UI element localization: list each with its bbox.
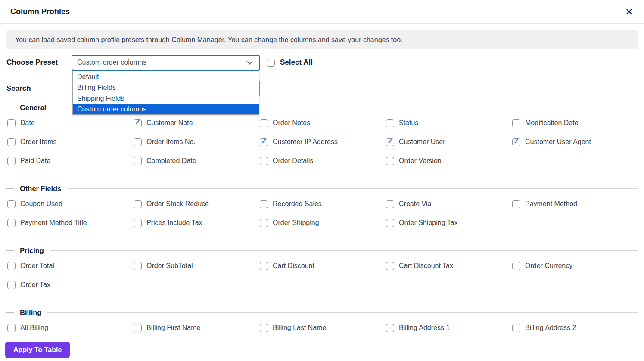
column-checkbox-item[interactable]: ✓Cart Discount bbox=[259, 262, 385, 270]
preset-select[interactable]: Custom order columns bbox=[72, 55, 260, 71]
checkbox[interactable]: ✓ bbox=[7, 281, 16, 289]
column-checkbox-item[interactable]: ✓Order Tax bbox=[6, 281, 133, 289]
info-banner: You can load saved column profile preset… bbox=[6, 30, 638, 49]
column-checkbox-item[interactable]: ✓Order Items bbox=[6, 138, 133, 146]
checkbox[interactable]: ✓ bbox=[512, 324, 520, 332]
preset-option[interactable]: Billing Fields bbox=[73, 82, 259, 93]
checkbox[interactable]: ✓ bbox=[7, 262, 16, 270]
checkbox-label: Create Via bbox=[399, 200, 431, 208]
column-checkbox-item[interactable]: ✓Payment Method bbox=[511, 200, 638, 208]
checkbox[interactable]: ✓ bbox=[512, 200, 520, 208]
checkbox[interactable]: ✓ bbox=[7, 200, 16, 208]
checkbox-label: Payment Method bbox=[525, 200, 577, 208]
column-checkbox-item[interactable]: ✓Paid Date bbox=[6, 157, 133, 165]
column-checkbox-item[interactable]: ✓Order Currency bbox=[511, 262, 638, 270]
checkbox[interactable]: ✓ bbox=[260, 200, 268, 208]
preset-option[interactable]: Shipping Fields bbox=[73, 93, 259, 104]
column-checkbox-item[interactable]: ✓Order Shipping bbox=[259, 219, 385, 227]
choose-preset-label: Choose Preset bbox=[6, 58, 72, 67]
checkbox-label: Customer Note bbox=[146, 119, 193, 127]
column-checkbox-item[interactable]: ✓Billing First Name bbox=[133, 324, 259, 332]
preset-option[interactable]: Custom order columns bbox=[73, 104, 259, 114]
apply-to-table-button[interactable]: Apply To Table bbox=[5, 342, 70, 358]
select-all-checkbox[interactable]: ✓ bbox=[267, 59, 275, 67]
checkbox-label: Billing Address 2 bbox=[525, 324, 576, 332]
checkbox[interactable]: ✓ bbox=[386, 219, 394, 227]
modal-footer: Apply To Table bbox=[0, 338, 644, 361]
checkbox-label: Billing First Name bbox=[146, 324, 200, 332]
column-checkbox-item[interactable]: ✓Order SubTotal bbox=[133, 262, 259, 270]
checkbox[interactable]: ✓ bbox=[134, 157, 142, 165]
column-checkbox-item[interactable]: ✓Recorded Sales bbox=[259, 200, 385, 208]
checkbox[interactable]: ✓ bbox=[7, 138, 16, 146]
checkbox[interactable]: ✓ bbox=[386, 119, 394, 127]
column-checkbox-item[interactable]: ✓Modification Date bbox=[511, 119, 638, 127]
checkbox[interactable]: ✓ bbox=[386, 262, 394, 270]
checkbox-label: Modification Date bbox=[525, 119, 579, 127]
column-checkbox-item[interactable]: ✓Billing Address 2 bbox=[511, 324, 638, 332]
checkbox[interactable]: ✓ bbox=[134, 138, 142, 146]
checkbox[interactable]: ✓ bbox=[260, 324, 268, 332]
column-checkbox-item[interactable]: ✓Customer Note bbox=[133, 119, 259, 127]
column-checkbox-item[interactable]: ✓Order Version bbox=[385, 157, 511, 165]
column-checkbox-item[interactable]: ✓Prices Include Tax bbox=[133, 219, 259, 227]
checkbox[interactable]: ✓ bbox=[512, 138, 520, 146]
column-checkbox-item[interactable]: ✓Completed Date bbox=[133, 157, 259, 165]
preset-row: Choose Preset Custom order columns Defau… bbox=[6, 54, 638, 71]
checkbox-label: Order Items bbox=[20, 138, 56, 146]
checkbox-label: Payment Method Title bbox=[20, 219, 87, 227]
column-checkbox-item[interactable]: ✓Coupon Used bbox=[6, 200, 133, 208]
checkbox[interactable]: ✓ bbox=[386, 200, 394, 208]
checkbox[interactable]: ✓ bbox=[260, 157, 268, 165]
column-checkbox-item[interactable]: ✓Order Stock Reduce bbox=[133, 200, 259, 208]
checkbox[interactable]: ✓ bbox=[512, 262, 520, 270]
column-checkbox-item[interactable]: ✓Payment Method Title bbox=[6, 219, 133, 227]
checkbox[interactable]: ✓ bbox=[260, 219, 268, 227]
checkbox-label: Coupon Used bbox=[20, 200, 62, 208]
checkbox[interactable]: ✓ bbox=[512, 119, 520, 127]
column-checkbox-item[interactable]: ✓All Billing bbox=[6, 324, 133, 332]
checkbox[interactable]: ✓ bbox=[134, 324, 142, 332]
column-checkbox-item[interactable]: ✓Customer User bbox=[385, 138, 511, 146]
checkbox[interactable]: ✓ bbox=[7, 157, 16, 165]
column-checkbox-item[interactable]: ✓Create Via bbox=[385, 200, 511, 208]
column-checkbox-item[interactable]: ✓Order Shipping Tax bbox=[385, 219, 511, 227]
column-checkbox-item[interactable]: ✓Order Total bbox=[6, 262, 133, 270]
column-checkbox-item[interactable]: ✓Date bbox=[6, 119, 133, 127]
column-checkbox-item[interactable]: ✓Order Details bbox=[259, 157, 385, 165]
checkbox-grid: ✓Order Total✓Order SubTotal✓Cart Discoun… bbox=[6, 262, 638, 289]
column-checkbox-item[interactable]: ✓Order Notes bbox=[259, 119, 385, 127]
section-title: Billing bbox=[20, 309, 41, 317]
checkbox[interactable]: ✓ bbox=[7, 119, 16, 127]
column-checkbox-item[interactable]: ✓Customer IP Address bbox=[259, 138, 385, 146]
column-checkbox-item[interactable]: ✓Cart Discount Tax bbox=[385, 262, 511, 270]
checkbox-label: Status bbox=[399, 119, 418, 127]
checkbox[interactable]: ✓ bbox=[7, 219, 16, 227]
close-icon[interactable]: ✕ bbox=[623, 6, 635, 18]
checkbox-label: Prices Include Tax bbox=[146, 219, 202, 227]
checkbox[interactable]: ✓ bbox=[7, 324, 16, 332]
section-billing: Billing✓All Billing✓Billing First Name✓B… bbox=[6, 307, 638, 332]
checkbox[interactable]: ✓ bbox=[134, 200, 142, 208]
checkbox[interactable]: ✓ bbox=[386, 324, 394, 332]
checkbox[interactable]: ✓ bbox=[260, 138, 268, 146]
checkbox[interactable]: ✓ bbox=[134, 219, 142, 227]
checkbox[interactable]: ✓ bbox=[260, 119, 268, 127]
column-checkbox-item[interactable]: ✓Status bbox=[385, 119, 511, 127]
column-checkbox-item[interactable]: ✓Billing Last Name bbox=[259, 324, 385, 332]
checkbox[interactable]: ✓ bbox=[260, 262, 268, 270]
select-all[interactable]: ✓ Select All bbox=[267, 58, 313, 67]
checkbox[interactable]: ✓ bbox=[386, 157, 394, 165]
checkbox-label: All Billing bbox=[20, 324, 48, 332]
section-pricing: Pricing✓Order Total✓Order SubTotal✓Cart … bbox=[6, 245, 638, 289]
preset-selected-value: Custom order columns bbox=[77, 59, 146, 66]
preset-option[interactable]: Default bbox=[73, 71, 259, 82]
check-icon: ✓ bbox=[135, 119, 140, 126]
checkbox-label: Billing Last Name bbox=[273, 324, 327, 332]
checkbox[interactable]: ✓ bbox=[386, 138, 394, 146]
column-checkbox-item[interactable]: ✓Billing Address 1 bbox=[385, 324, 511, 332]
column-checkbox-item[interactable]: ✓Customer User Agent bbox=[511, 138, 638, 146]
column-checkbox-item[interactable]: ✓Order Items No. bbox=[133, 138, 259, 146]
checkbox[interactable]: ✓ bbox=[134, 262, 142, 270]
checkbox[interactable]: ✓ bbox=[134, 119, 142, 127]
